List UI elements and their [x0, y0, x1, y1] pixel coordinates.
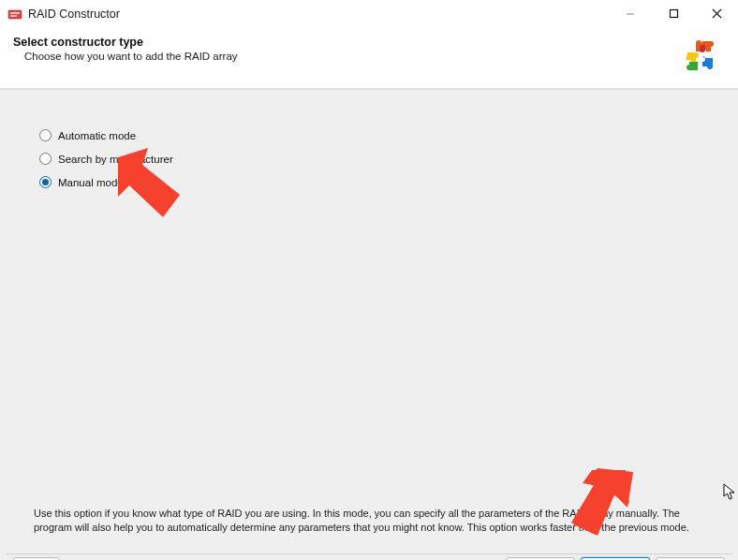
radio-icon — [39, 129, 52, 141]
page-subtitle: Choose how you want to add the RAID arra… — [24, 51, 238, 62]
close-button[interactable] — [695, 0, 738, 27]
radio-icon — [39, 153, 52, 165]
option-description: Use this option if you know what type of… — [34, 507, 704, 535]
page-header: Select constructor type Choose how you w… — [0, 28, 738, 89]
divider — [6, 553, 732, 554]
radio-label: Automatic mode — [58, 130, 136, 141]
radio-automatic-mode[interactable]: Automatic mode — [39, 129, 699, 141]
radio-icon — [39, 176, 52, 188]
svg-rect-1 — [10, 12, 20, 14]
maximize-button[interactable] — [652, 0, 695, 27]
constructor-type-group: Automatic mode Search by manufacturer Ma… — [39, 129, 699, 188]
cursor-icon — [723, 483, 736, 503]
minimize-button[interactable] — [609, 0, 652, 27]
radio-search-by-manufacturer[interactable]: Search by manufacturer — [39, 153, 699, 165]
main-content: Automatic mode Search by manufacturer Ma… — [0, 89, 738, 560]
puzzle-icon — [682, 36, 725, 79]
titlebar: RAID Constructor — [0, 0, 738, 28]
window-controls — [609, 0, 738, 27]
radio-label: Search by manufacturer — [58, 154, 173, 165]
svg-rect-4 — [670, 10, 677, 18]
svg-rect-2 — [10, 15, 17, 17]
page-title: Select constructor type — [13, 36, 238, 49]
window-title: RAID Constructor — [28, 7, 120, 21]
svg-rect-0 — [8, 10, 22, 19]
radio-manual-mode[interactable]: Manual mode — [39, 176, 699, 188]
app-icon — [7, 7, 22, 22]
radio-label: Manual mode — [58, 177, 124, 188]
